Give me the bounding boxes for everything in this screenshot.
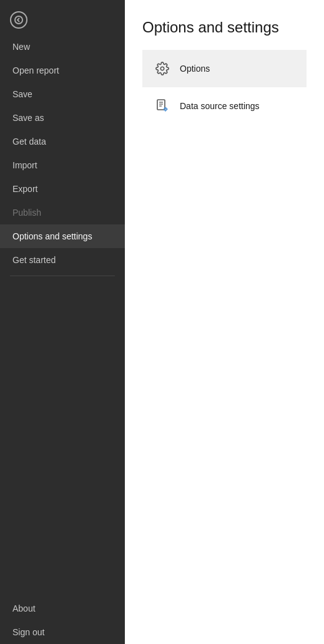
sidebar-item-get-data[interactable]: Get data [0, 130, 125, 153]
sidebar-item-label-get-started: Get started [12, 255, 56, 265]
sidebar-item-save[interactable]: Save [0, 82, 125, 106]
main-content: Options and settings Options Data source… [125, 0, 324, 644]
sidebar-item-label-options-and-settings: Options and settings [12, 231, 92, 241]
sidebar-item-new[interactable]: New [0, 35, 125, 59]
sidebar-nav: New Open report Save Save as Get data Im… [0, 35, 125, 597]
gear-icon [152, 59, 172, 79]
sidebar-item-label-export: Export [12, 184, 37, 194]
page-title: Options and settings [142, 19, 307, 36]
sidebar-item-label-open-report: Open report [12, 65, 59, 75]
sidebar-item-save-as[interactable]: Save as [0, 106, 125, 130]
sidebar-item-label-import: Import [12, 160, 37, 170]
sidebar-item-label-new: New [12, 42, 30, 52]
options-label: Options [180, 64, 210, 74]
sidebar-item-label-sign-out: Sign out [12, 627, 44, 637]
sidebar-item-label-publish: Publish [12, 208, 41, 218]
data-source-settings-label: Data source settings [180, 101, 260, 111]
sidebar: New Open report Save Save as Get data Im… [0, 0, 125, 644]
datasource-icon [152, 96, 172, 116]
svg-point-0 [15, 16, 22, 24]
back-button[interactable] [0, 0, 125, 35]
sidebar-divider [10, 276, 115, 276]
sidebar-bottom: About Sign out [0, 597, 125, 644]
sidebar-item-about[interactable]: About [0, 597, 125, 620]
sidebar-item-options-and-settings[interactable]: Options and settings [0, 224, 125, 248]
back-icon [10, 11, 27, 29]
sidebar-item-export[interactable]: Export [0, 177, 125, 201]
sidebar-item-sign-out[interactable]: Sign out [0, 620, 125, 644]
sidebar-item-label-save-as: Save as [12, 113, 44, 123]
sidebar-item-label-get-data: Get data [12, 137, 46, 147]
svg-point-1 [160, 67, 164, 70]
data-source-settings-item[interactable]: Data source settings [142, 87, 307, 125]
options-item[interactable]: Options [142, 50, 307, 87]
sidebar-item-publish[interactable]: Publish [0, 201, 125, 224]
sidebar-item-open-report[interactable]: Open report [0, 59, 125, 82]
sidebar-item-label-about: About [12, 603, 36, 613]
sidebar-item-get-started[interactable]: Get started [0, 248, 125, 272]
sidebar-item-label-save: Save [12, 89, 32, 99]
svg-rect-2 [157, 100, 165, 110]
sidebar-item-import[interactable]: Import [0, 153, 125, 177]
